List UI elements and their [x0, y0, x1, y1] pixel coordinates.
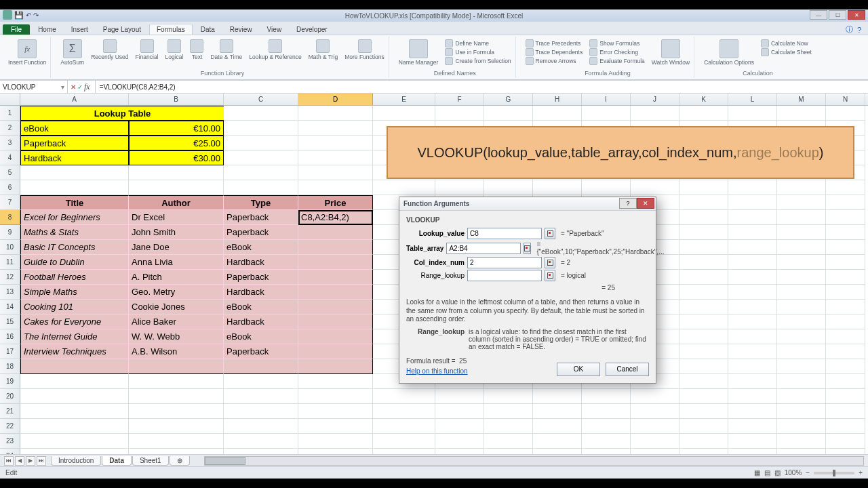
tab-view[interactable]: View	[260, 24, 289, 35]
row-header-22[interactable]: 22	[0, 419, 20, 434]
cell-C16[interactable]: eBook	[224, 329, 298, 344]
recently-used-button[interactable]: Recently Used	[91, 39, 128, 60]
row-header-9[interactable]: 9	[0, 225, 20, 240]
cell-K7[interactable]	[679, 195, 728, 210]
cell-L14[interactable]	[728, 300, 777, 314]
cell-N20[interactable]	[826, 389, 865, 404]
cell-J6[interactable]	[631, 180, 679, 195]
cell-M8[interactable]	[777, 210, 826, 225]
cell-D3[interactable]	[298, 136, 373, 150]
cell-B4[interactable]: €30.00	[129, 150, 224, 165]
cell-D17[interactable]	[298, 344, 373, 359]
dialog-title[interactable]: Function Arguments	[399, 197, 656, 211]
cell-M16[interactable]	[777, 329, 826, 344]
cell-K22[interactable]	[679, 419, 728, 434]
cell-H20[interactable]	[533, 389, 582, 404]
financial-button[interactable]: Financial	[135, 39, 158, 60]
cell-K1[interactable]	[679, 106, 728, 121]
row-header-4[interactable]: 4	[0, 150, 20, 165]
tab-review[interactable]: Review	[223, 24, 259, 35]
tab-data[interactable]: Data	[194, 24, 222, 35]
cell-C1[interactable]	[224, 106, 298, 121]
row-header-11[interactable]: 11	[0, 255, 20, 270]
cell-C21[interactable]	[224, 404, 298, 419]
cell-A3[interactable]: Paperback	[20, 136, 129, 150]
sheet-tab-data[interactable]: Data	[102, 456, 132, 466]
tab-insert[interactable]: Insert	[64, 24, 95, 35]
range-selector-icon[interactable]	[545, 270, 555, 281]
cell-C15[interactable]: Hardback	[224, 314, 298, 329]
cell-J21[interactable]	[631, 404, 679, 419]
cell-J20[interactable]	[631, 389, 679, 404]
column-header-J[interactable]: J	[631, 94, 679, 105]
cell-A8[interactable]: Excel for Beginners	[20, 210, 129, 225]
column-header-I[interactable]: I	[582, 94, 631, 105]
cell-C3[interactable]	[224, 136, 298, 150]
row-header-15[interactable]: 15	[0, 314, 20, 329]
cell-K17[interactable]	[679, 344, 728, 359]
cell-L20[interactable]	[728, 389, 777, 404]
cell-K19[interactable]	[679, 374, 728, 389]
cell-A1[interactable]: Lookup Table	[20, 106, 224, 121]
cell-B18[interactable]	[129, 359, 224, 374]
cell-B13[interactable]: Geo. Metry	[129, 285, 224, 300]
fx-icon[interactable]: fx	[84, 82, 90, 92]
cell-N15[interactable]	[826, 314, 865, 329]
date-time-button[interactable]: Date & Time	[210, 39, 242, 60]
cell-C10[interactable]: eBook	[224, 240, 298, 255]
column-header-N[interactable]: N	[826, 94, 865, 105]
column-header-H[interactable]: H	[533, 94, 582, 105]
cell-B19[interactable]	[129, 374, 224, 389]
cell-A4[interactable]: Hardback	[20, 150, 129, 165]
cell-G23[interactable]	[484, 434, 533, 449]
cell-L10[interactable]	[728, 240, 777, 255]
logical-button[interactable]: Logical	[165, 39, 184, 60]
cell-K14[interactable]	[679, 300, 728, 314]
cell-D1[interactable]	[298, 106, 373, 121]
calculate-now-button[interactable]: Calculate Now	[761, 39, 812, 47]
cell-E22[interactable]	[373, 419, 435, 434]
cell-I6[interactable]	[582, 180, 631, 195]
help-on-function-link[interactable]: Help on this function	[406, 367, 468, 375]
range-selector-icon[interactable]	[545, 228, 555, 239]
cell-A13[interactable]: Simple Maths	[20, 285, 129, 300]
cell-H21[interactable]	[533, 404, 582, 419]
cell-N18[interactable]	[826, 359, 865, 374]
cell-D5[interactable]	[298, 165, 373, 180]
row-header-16[interactable]: 16	[0, 329, 20, 344]
zoom-slider[interactable]	[814, 472, 854, 474]
row-header-6[interactable]: 6	[0, 180, 20, 195]
tab-formulas[interactable]: Formulas	[149, 24, 193, 35]
cell-K20[interactable]	[679, 389, 728, 404]
cell-D22[interactable]	[298, 419, 373, 434]
cell-B15[interactable]: Alice Baker	[129, 314, 224, 329]
cell-L12[interactable]	[728, 270, 777, 285]
calculate-sheet-button[interactable]: Calculate Sheet	[761, 48, 812, 56]
cell-C4[interactable]	[224, 150, 298, 165]
cell-A20[interactable]	[20, 389, 129, 404]
column-header-B[interactable]: B	[129, 94, 224, 105]
cell-D23[interactable]	[298, 434, 373, 449]
cell-D12[interactable]	[298, 270, 373, 285]
cell-I22[interactable]	[582, 419, 631, 434]
cell-J22[interactable]	[631, 419, 679, 434]
cell-M19[interactable]	[777, 374, 826, 389]
row-header-10[interactable]: 10	[0, 240, 20, 255]
cancel-button[interactable]: Cancel	[606, 363, 649, 376]
column-header-G[interactable]: G	[484, 94, 533, 105]
autosum-button[interactable]: ΣAutoSum	[60, 39, 84, 66]
cell-K15[interactable]	[679, 314, 728, 329]
cell-C14[interactable]: eBook	[224, 300, 298, 314]
cell-L21[interactable]	[728, 404, 777, 419]
cell-K9[interactable]	[679, 225, 728, 240]
cell-K11[interactable]	[679, 255, 728, 270]
cell-N13[interactable]	[826, 285, 865, 300]
cell-M13[interactable]	[777, 285, 826, 300]
new-sheet-button[interactable]: ⊕	[170, 456, 190, 466]
cell-K16[interactable]	[679, 329, 728, 344]
cell-D21[interactable]	[298, 404, 373, 419]
insert-function-button[interactable]: fxInsert Function	[8, 39, 46, 66]
cell-D8[interactable]: C8,A2:B4,2)	[298, 210, 373, 225]
cell-A7[interactable]: Title	[20, 195, 129, 210]
cell-C9[interactable]: Paperback	[224, 225, 298, 240]
